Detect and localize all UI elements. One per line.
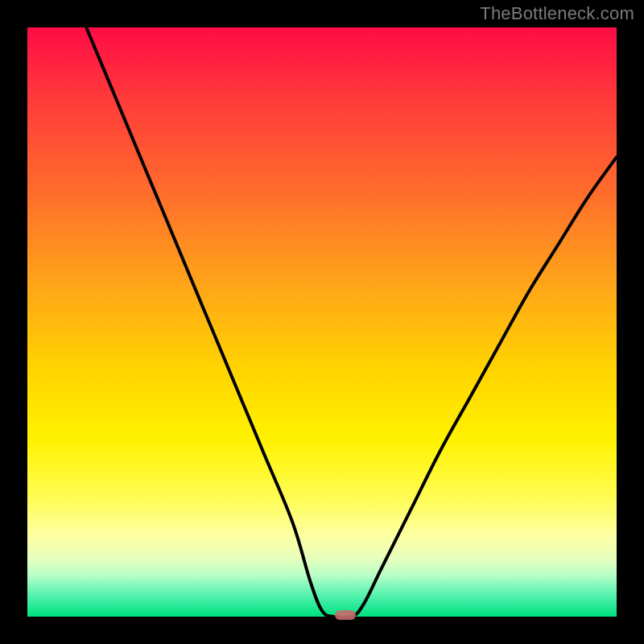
optimal-point-marker — [335, 610, 356, 620]
plot-area — [27, 27, 617, 617]
bottleneck-curve — [86, 27, 617, 617]
curve-svg — [27, 27, 617, 617]
watermark-text: TheBottleneck.com — [480, 3, 634, 24]
chart-frame: TheBottleneck.com — [0, 0, 644, 644]
